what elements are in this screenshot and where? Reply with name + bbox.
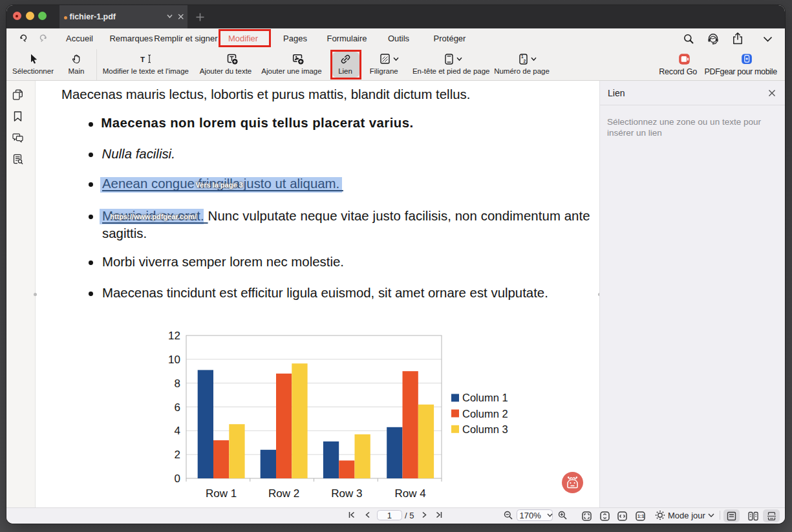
svg-text:Column 3: Column 3: [462, 423, 508, 435]
svg-text:Row 4: Row 4: [395, 487, 426, 500]
svg-text:2: 2: [175, 449, 180, 461]
svg-text:1:1: 1:1: [637, 513, 644, 519]
svg-text:10: 10: [168, 354, 180, 366]
svg-text:0: 0: [175, 473, 180, 485]
svg-text:Column 2: Column 2: [462, 408, 508, 420]
svg-text:2: 2: [523, 58, 526, 63]
svg-text:8: 8: [175, 378, 180, 390]
svg-text:6: 6: [175, 401, 180, 414]
svg-text:T: T: [140, 56, 145, 63]
svg-text:Row 2: Row 2: [268, 487, 299, 500]
svg-text:12: 12: [168, 330, 180, 342]
svg-text:4: 4: [175, 425, 180, 437]
svg-text:Row 3: Row 3: [331, 487, 362, 500]
svg-text:Column 1: Column 1: [462, 392, 508, 403]
svg-text:Row 1: Row 1: [206, 487, 237, 500]
